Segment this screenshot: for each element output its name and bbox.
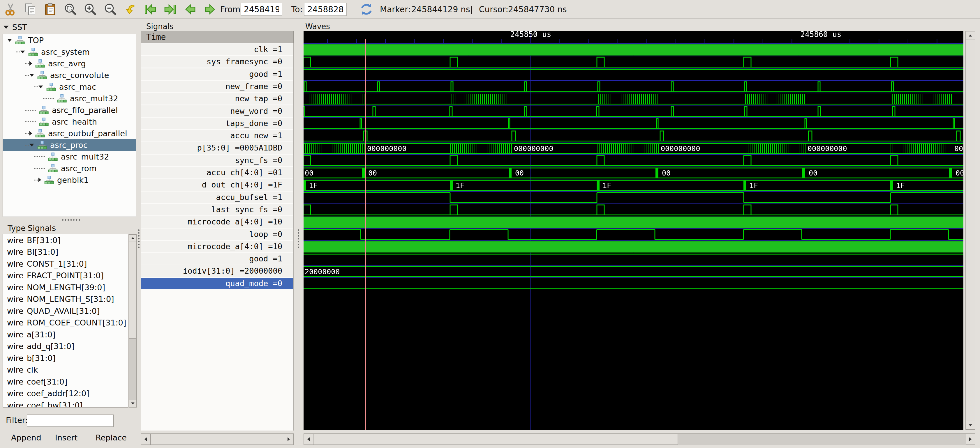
column-signals[interactable]: Signals <box>28 224 56 233</box>
tree-node-asrc_mult32[interactable]: asrc_mult32 <box>3 151 136 162</box>
signal-row[interactable]: new_word =0 <box>141 105 294 117</box>
signal-row[interactable]: iodiv[31:0] =20000000 <box>141 265 294 277</box>
sst-header[interactable]: SST <box>3 23 27 32</box>
tree-node-asrc_health[interactable]: asrc_health <box>3 116 136 127</box>
waves-hscrollbar[interactable] <box>304 434 975 445</box>
table-row[interactable]: wireFRACT_POINT[31:0] <box>3 270 128 282</box>
scroll-thumb[interactable] <box>150 434 284 445</box>
signal-row[interactable]: clk =1 <box>141 44 294 55</box>
filter-input[interactable] <box>27 415 114 427</box>
wave-canvas[interactable] <box>304 31 963 430</box>
collapse-icon[interactable] <box>29 143 34 146</box>
zoom-fit-icon[interactable] <box>64 2 78 16</box>
tree-node-asrc_convolute[interactable]: asrc_convolute <box>3 69 136 81</box>
go-to-end-icon[interactable] <box>163 2 177 16</box>
tree-node-asrc_avrg[interactable]: asrc_avrg <box>3 58 136 69</box>
tree-node-asrc_fifo_parallel[interactable]: asrc_fifo_parallel <box>3 104 136 116</box>
scroll-thumb[interactable] <box>313 434 678 445</box>
table-row[interactable]: wirecoef_addr[12:0] <box>3 388 128 400</box>
table-row[interactable]: wireCONST_1[31:0] <box>3 258 128 270</box>
scroll-up-button[interactable] <box>966 31 975 40</box>
signal-table[interactable]: wireBF[31:0]wireBI[31:0]wireCONST_1[31:0… <box>3 234 129 408</box>
scroll-right-button[interactable] <box>284 434 293 445</box>
shift-right-icon[interactable] <box>203 2 217 16</box>
scroll-left-button[interactable] <box>304 434 313 445</box>
signal-row[interactable]: accu_new =1 <box>141 130 294 141</box>
zoom-undo-icon[interactable] <box>123 2 137 16</box>
signal-row[interactable]: accu_ch[4:0] =01 <box>141 167 294 178</box>
signal-row[interactable]: sys_framesync =0 <box>141 56 294 68</box>
replace-button[interactable]: Replace <box>95 433 126 442</box>
reload-icon[interactable] <box>360 2 374 16</box>
table-row[interactable]: wireNOM_LENGTH[39:0] <box>3 281 128 294</box>
signal-row[interactable]: new_frame =0 <box>141 81 294 92</box>
signal-row[interactable]: d_out_ch[4:0] =1F <box>141 179 294 191</box>
signal-row[interactable]: last_sync_fs =0 <box>141 204 294 215</box>
tree-table-splitter[interactable] <box>62 219 80 221</box>
expand-icon[interactable] <box>29 61 32 65</box>
signal-row[interactable]: microcode_a[4:0] =10 <box>141 241 294 253</box>
scroll-left-button[interactable] <box>141 434 150 445</box>
expand-icon[interactable] <box>38 178 41 182</box>
expand-icon[interactable] <box>29 131 32 135</box>
zoom-in-icon[interactable] <box>83 2 97 16</box>
zoom-out-icon[interactable] <box>103 2 118 16</box>
to-input[interactable] <box>304 3 347 16</box>
table-row[interactable]: wireclk <box>3 364 128 376</box>
signal-row[interactable]: new_tap =0 <box>141 93 294 105</box>
tree-node-asrc_system[interactable]: asrc_system <box>3 46 136 58</box>
table-row[interactable]: wireb[31:0] <box>3 352 128 364</box>
insert-button[interactable]: Insert <box>54 433 79 442</box>
signals-list[interactable]: clk =1sys_framesync =0good =1new_frame =… <box>141 43 294 431</box>
signal-row[interactable]: good =1 <box>141 68 294 80</box>
table-row[interactable]: wireNOM_LENGTH_S[31:0] <box>3 294 128 305</box>
tree-node-asrc_rom[interactable]: asrc_rom <box>3 162 136 174</box>
table-row[interactable]: wireadd_q[31:0] <box>3 341 128 353</box>
scroll-down-button[interactable] <box>129 400 136 407</box>
waves-vscrollbar[interactable] <box>966 31 975 430</box>
left-panel-splitter[interactable] <box>138 229 140 248</box>
signal-row[interactable]: loop =0 <box>141 229 294 240</box>
time-header[interactable]: Time <box>141 31 294 43</box>
tree-node-asrc_outbuf_parallel[interactable]: asrc_outbuf_parallel <box>3 127 136 139</box>
collapse-icon[interactable] <box>29 74 34 76</box>
signals-panel-splitter[interactable] <box>298 229 300 248</box>
collapse-icon[interactable] <box>21 50 25 53</box>
signal-row[interactable]: taps_done =0 <box>141 118 294 129</box>
sst-tree[interactable]: TOPasrc_systemasrc_avrgasrc_convoluteasr… <box>3 34 136 217</box>
paste-icon[interactable] <box>43 2 57 16</box>
signal-row[interactable]: microcode_a[4:0] =10 <box>141 216 294 228</box>
table-row[interactable]: wireROM_COEF_COUNT[31:0] <box>3 317 128 329</box>
scroll-down-button[interactable] <box>966 421 975 430</box>
cut-icon[interactable] <box>3 2 18 16</box>
append-button[interactable]: Append <box>11 433 39 442</box>
table-row[interactable]: wireQUAD_AVAIL[31:0] <box>3 305 128 317</box>
signal-row[interactable]: p[35:0] =0005A1DBD <box>141 142 294 154</box>
scroll-thumb[interactable] <box>966 40 975 421</box>
signal-row[interactable]: quad_mode =0 <box>141 278 294 289</box>
scroll-thumb[interactable] <box>129 242 136 338</box>
scroll-right-button[interactable] <box>966 434 975 445</box>
scroll-up-button[interactable] <box>129 234 136 242</box>
collapse-icon[interactable] <box>7 39 12 41</box>
tree-node-asrc_mult32[interactable]: asrc_mult32 <box>3 92 136 104</box>
signal-row[interactable]: good =1 <box>141 253 294 265</box>
table-row[interactable]: wirecoef[31:0] <box>3 376 128 388</box>
from-input[interactable] <box>241 3 282 16</box>
signal-row[interactable]: sync_fs =0 <box>141 154 294 166</box>
signal-row[interactable]: accu_bufsel =1 <box>141 192 294 203</box>
table-row[interactable]: wireBI[31:0] <box>3 246 128 258</box>
table-row[interactable]: wireBF[31:0] <box>3 234 128 246</box>
collapse-icon[interactable] <box>38 85 43 88</box>
copy-icon[interactable] <box>24 2 38 16</box>
sst-collapse-icon[interactable] <box>3 25 9 29</box>
tree-node-asrc_proc[interactable]: asrc_proc <box>3 139 136 151</box>
tree-node-genblk1[interactable]: genblk1 <box>3 174 136 186</box>
go-to-start-icon[interactable] <box>143 2 158 16</box>
tree-node-TOP[interactable]: TOP <box>3 34 136 46</box>
table-row[interactable]: wirea[31:0] <box>3 329 128 341</box>
tree-node-asrc_mac[interactable]: asrc_mac <box>3 81 136 92</box>
column-type[interactable]: Type <box>8 224 25 233</box>
shift-left-icon[interactable] <box>183 2 197 16</box>
signal-table-scrollbar[interactable] <box>129 234 137 408</box>
